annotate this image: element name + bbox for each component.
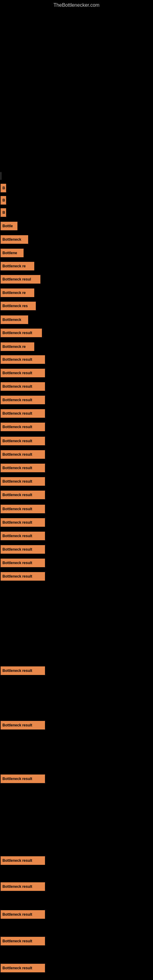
bottleneck-bar-2: B xyxy=(1,196,6,205)
bottleneck-item-22: Bottleneck result xyxy=(1,464,45,472)
bottleneck-bar-12: Bottleneck result xyxy=(1,329,42,337)
bottleneck-bar-21: Bottleneck result xyxy=(1,450,45,459)
bottleneck-item-23: Bottleneck result xyxy=(1,477,45,486)
bottleneck-item-33: Bottleneck result xyxy=(1,775,45,783)
bottleneck-item-1: B xyxy=(1,184,6,192)
bottleneck-bar-17: Bottleneck result xyxy=(1,396,45,404)
bottleneck-bar-7: Bottleneck re xyxy=(1,262,34,270)
bottleneck-label-19: Bottleneck result xyxy=(2,425,32,429)
bottleneck-bar-11: Bottleneck xyxy=(1,315,28,324)
bottleneck-item-19: Bottleneck result xyxy=(1,423,45,431)
bottleneck-label-33: Bottleneck result xyxy=(2,776,32,781)
bottleneck-item-10: Bottleneck res xyxy=(1,302,36,310)
bottleneck-label-11: Bottleneck xyxy=(2,318,21,322)
bottleneck-bar-5: Bottleneck xyxy=(1,235,28,244)
bottleneck-item-29: Bottleneck result xyxy=(1,558,45,567)
bottleneck-bar-25: Bottleneck result xyxy=(1,505,45,513)
bottleneck-label-31: Bottleneck result xyxy=(2,668,32,673)
bottleneck-label-2: B xyxy=(2,198,5,202)
bottleneck-bar-19: Bottleneck result xyxy=(1,423,45,431)
bottleneck-item-5: Bottleneck xyxy=(1,235,28,244)
bottleneck-label-14: Bottleneck result xyxy=(2,357,32,362)
bottleneck-label-13: Bottleneck re xyxy=(2,345,26,349)
bottleneck-bar-20: Bottleneck result xyxy=(1,437,45,445)
bottleneck-item-28: Bottleneck result xyxy=(1,545,45,554)
bottleneck-bar-6: Bottlene xyxy=(1,249,24,257)
bottleneck-item-26: Bottleneck result xyxy=(1,518,45,527)
bottleneck-item-7: Bottleneck re xyxy=(1,262,34,270)
main-container: TheBottlenecker.com xyxy=(0,0,153,9)
bottleneck-label-1: B xyxy=(2,186,5,190)
bottleneck-item-12: Bottleneck result xyxy=(1,329,42,337)
bottleneck-item-16: Bottleneck result xyxy=(1,382,45,391)
bottleneck-bar-9: Bottleneck re xyxy=(1,288,34,297)
bottleneck-label-6: Bottlene xyxy=(2,251,17,255)
bottleneck-bar-8: Bottleneck resul xyxy=(1,275,40,283)
bottleneck-label-22: Bottleneck result xyxy=(2,466,32,470)
bottleneck-bar-3: B xyxy=(1,208,6,217)
bottleneck-label-36: Bottleneck result xyxy=(2,912,32,916)
bottleneck-label-20: Bottleneck result xyxy=(2,439,32,443)
bottleneck-item-11: Bottleneck xyxy=(1,315,28,324)
bottleneck-item-34: Bottleneck result xyxy=(1,856,45,865)
bottleneck-item-2: B xyxy=(1,196,6,205)
bottleneck-bar-4: Bottle xyxy=(1,222,18,230)
bottleneck-label-34: Bottleneck result xyxy=(2,858,32,863)
bottleneck-label-29: Bottleneck result xyxy=(2,561,32,565)
bottleneck-label-9: Bottleneck re xyxy=(2,291,26,295)
bottleneck-item-20: Bottleneck result xyxy=(1,437,45,445)
bottleneck-bar-24: Bottleneck result xyxy=(1,491,45,499)
bottleneck-label-37: Bottleneck result xyxy=(2,939,32,943)
bottleneck-bar-28: Bottleneck result xyxy=(1,545,45,554)
bottleneck-label-8: Bottleneck resul xyxy=(2,277,31,282)
bottleneck-item-13: Bottleneck re xyxy=(1,342,34,351)
bottleneck-item-3: B xyxy=(1,208,6,217)
bottleneck-label-32: Bottleneck result xyxy=(2,723,32,727)
bottleneck-label-7: Bottleneck re xyxy=(2,264,26,268)
bottleneck-item-18: Bottleneck result xyxy=(1,409,45,418)
bottleneck-item-21: Bottleneck result xyxy=(1,450,45,459)
bottleneck-bar-36: Bottleneck result xyxy=(1,910,45,919)
bottleneck-item-14: Bottleneck result xyxy=(1,355,45,364)
bottleneck-label-5: Bottleneck xyxy=(2,237,21,242)
bottleneck-item-8: Bottleneck resul xyxy=(1,275,40,283)
bottleneck-item-30: Bottleneck result xyxy=(1,572,45,581)
bottleneck-label-23: Bottleneck result xyxy=(2,479,32,484)
bottleneck-item-9: Bottleneck re xyxy=(1,288,34,297)
bottleneck-item-36: Bottleneck result xyxy=(1,910,45,919)
bottleneck-bar-26: Bottleneck result xyxy=(1,518,45,527)
bottleneck-item-24: Bottleneck result xyxy=(1,491,45,499)
bottleneck-label-35: Bottleneck result xyxy=(2,885,32,889)
bottleneck-item-17: Bottleneck result xyxy=(1,396,45,404)
bottleneck-item-6: Bottlene xyxy=(1,249,24,257)
bottleneck-bar-38: Bottleneck result xyxy=(1,964,45,972)
bottleneck-bar-23: Bottleneck result xyxy=(1,477,45,486)
bottleneck-label-17: Bottleneck result xyxy=(2,398,32,402)
bottleneck-label-27: Bottleneck result xyxy=(2,534,32,538)
bottleneck-label-12: Bottleneck result xyxy=(2,331,32,335)
bottleneck-bar-30: Bottleneck result xyxy=(1,572,45,581)
bottleneck-bar-31: Bottleneck result xyxy=(1,667,45,675)
bottleneck-item-31: Bottleneck result xyxy=(1,667,45,675)
bottleneck-label-28: Bottleneck result xyxy=(2,547,32,552)
bottleneck-label-21: Bottleneck result xyxy=(2,452,32,457)
bottleneck-bar-35: Bottleneck result xyxy=(1,882,45,891)
bottleneck-item-35: Bottleneck result xyxy=(1,882,45,891)
bottleneck-bar-15: Bottleneck result xyxy=(1,369,45,377)
bottleneck-label-15: Bottleneck result xyxy=(2,371,32,375)
bottleneck-label-30: Bottleneck result xyxy=(2,574,32,579)
bottleneck-item-37: Bottleneck result xyxy=(1,937,45,945)
site-title: TheBottlenecker.com xyxy=(0,0,153,9)
bottleneck-item-15: Bottleneck result xyxy=(1,369,45,377)
bottleneck-bar-14: Bottleneck result xyxy=(1,355,45,364)
bottleneck-label-4: Bottle xyxy=(2,224,13,228)
bottleneck-item-25: Bottleneck result xyxy=(1,505,45,513)
bottleneck-bar-10: Bottleneck res xyxy=(1,302,36,310)
bottleneck-bar-32: Bottleneck result xyxy=(1,721,45,730)
bottleneck-bar-16: Bottleneck result xyxy=(1,382,45,391)
bottleneck-item-38: Bottleneck result xyxy=(1,964,45,972)
bottleneck-bar-22: Bottleneck result xyxy=(1,464,45,472)
bottleneck-label-10: Bottleneck res xyxy=(2,304,28,308)
bottleneck-bar-33: Bottleneck result xyxy=(1,775,45,783)
left-line xyxy=(1,172,1,180)
